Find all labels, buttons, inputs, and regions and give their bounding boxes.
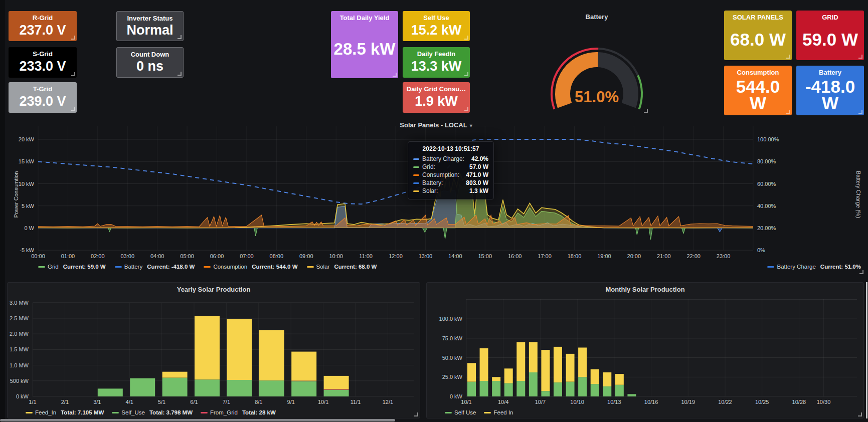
svg-text:08:00: 08:00	[270, 253, 284, 259]
panel-dropdown-title[interactable]: Solar Panels - LOCAL▾	[7, 121, 865, 129]
legend-item[interactable]: BatteryCurrent: -418.0 W	[115, 264, 195, 270]
tooltip-row: Consumption:471.0 W	[413, 171, 488, 179]
svg-text:06:00: 06:00	[210, 253, 224, 259]
chart-tooltip: 2022-10-13 10:51:57 Battery Charge:42.0%…	[408, 141, 494, 199]
stat-grid-power: GRID 59.0 W	[796, 11, 864, 60]
svg-text:5 kW: 5 kW	[22, 203, 35, 209]
panel-yearly-solar-production: Yearly Solar Production 0 kW500 kW1.0 MW…	[7, 282, 420, 418]
svg-text:21:00: 21:00	[657, 253, 671, 259]
stat-value: 233.0 V	[11, 58, 75, 76]
stat-value: 239.0 V	[11, 93, 75, 111]
legend-color-dash	[484, 412, 491, 413]
legend-item[interactable]: Feed_InTotal: 7.105 MW	[26, 409, 104, 415]
stat-value: 237.0 V	[11, 22, 75, 39]
legend-item[interactable]: GridCurrent: 59.0 W	[38, 264, 106, 270]
battery-gauge-svg: 51.0%	[544, 23, 649, 113]
svg-text:05:00: 05:00	[180, 253, 194, 259]
svg-text:5/1: 5/1	[158, 399, 165, 405]
stat-title: T-Grid	[11, 85, 75, 93]
legend-color-dash	[112, 412, 119, 413]
panel-title-text: Solar Panels - LOCAL	[400, 121, 467, 129]
panel-monthly-solar-production: Monthly Solar Production 0 kW25.0 kW50.0…	[426, 282, 864, 418]
sidebar-strip	[0, 0, 5, 422]
legend-item[interactable]: ConsumptionCurrent: 544.0 W	[204, 264, 297, 270]
svg-text:80.00%: 80.00%	[757, 158, 776, 164]
svg-text:10/16: 10/16	[644, 399, 658, 405]
svg-text:10/1: 10/1	[318, 399, 328, 405]
stat-title: Daily Grid Consu…	[405, 85, 468, 93]
svg-text:25.0 kW: 25.0 kW	[442, 374, 463, 380]
legend-item[interactable]: Battery ChargeCurrent: 51.0%	[767, 264, 861, 270]
svg-text:20.00%: 20.00%	[757, 225, 776, 231]
svg-text:100.0 kW: 100.0 kW	[439, 316, 463, 322]
solar-chart-legend: GridCurrent: 59.0 WBatteryCurrent: -418.…	[38, 264, 861, 270]
legend-item[interactable]: Feed In	[484, 409, 513, 415]
vertical-scrollbar[interactable]	[866, 282, 867, 418]
stat-value: 1.9 kW	[405, 93, 468, 111]
svg-text:17:00: 17:00	[538, 253, 552, 259]
svg-text:12:00: 12:00	[389, 253, 403, 259]
legend-item[interactable]: Self Use	[445, 409, 476, 415]
stat-title: Inverter Status	[119, 15, 181, 22]
stat-daily-grid-consumption: Daily Grid Consu… 1.9 kW	[403, 82, 470, 113]
tooltip-timestamp: 2022-10-13 10:51:57	[413, 145, 488, 152]
legend-color-dash	[201, 412, 208, 413]
stat-daily-feedin: Daily FeedIn 13.3 kW	[403, 47, 470, 78]
legend-color-dash	[26, 412, 33, 413]
tooltip-row: Solar:1.3 kW	[413, 187, 488, 195]
stat-r-grid: R-Grid 237.0 V	[9, 11, 77, 41]
svg-text:60.00%: 60.00%	[757, 181, 776, 187]
stat-title: GRID	[798, 14, 862, 21]
svg-text:500 kW: 500 kW	[10, 378, 29, 384]
svg-text:10/19: 10/19	[681, 399, 695, 405]
horizontal-scrollbar[interactable]	[0, 419, 395, 421]
legend-item[interactable]: From_GridTotal: 28 kW	[201, 409, 276, 415]
svg-text:01:00: 01:00	[61, 253, 75, 259]
svg-text:40.00%: 40.00%	[757, 203, 776, 209]
stat-title: Count Down	[119, 51, 181, 58]
stat-value: 15.2 kW	[405, 22, 468, 39]
legend-color-dash	[204, 266, 211, 268]
stat-title: Consumption	[726, 69, 790, 76]
stat-title: Self Use	[405, 14, 468, 22]
svg-text:1/1: 1/1	[29, 399, 36, 405]
svg-text:0%: 0%	[757, 247, 765, 253]
stat-inverter-status: Inverter Status Normal	[116, 11, 184, 41]
svg-text:18:00: 18:00	[568, 253, 582, 259]
chevron-down-icon: ▾	[470, 123, 472, 128]
svg-text:00:00: 00:00	[31, 253, 45, 259]
stat-title: Total Daily Yield	[333, 14, 396, 22]
legend-color-dash	[307, 266, 314, 268]
svg-text:12/1: 12/1	[383, 399, 393, 405]
monthly-chart-svg: 0 kW25.0 kW50.0 kW75.0 kW100.0 kW10/110/…	[427, 283, 863, 418]
svg-text:Battery Charge (%): Battery Charge (%)	[855, 171, 861, 218]
svg-text:10/22: 10/22	[718, 399, 732, 405]
legend-color-dash	[767, 266, 774, 268]
yearly-chart-legend: Feed_InTotal: 7.105 MWSelf_UseTotal: 3.7…	[26, 409, 276, 415]
svg-text:1.0 MW: 1.0 MW	[10, 362, 29, 368]
svg-text:10/4: 10/4	[498, 399, 508, 405]
stat-value: 68.0 W	[726, 21, 790, 58]
legend-item[interactable]: SolarCurrent: 68.0 W	[307, 264, 377, 270]
stat-battery-power: Battery -418.0 W	[796, 66, 864, 115]
tooltip-row: Grid:57.0 W	[413, 163, 488, 171]
svg-text:16:00: 16:00	[508, 253, 522, 259]
svg-text:11/1: 11/1	[351, 399, 361, 405]
svg-text:3/1: 3/1	[93, 399, 101, 405]
svg-text:10:00: 10:00	[329, 253, 343, 259]
svg-text:0 kW: 0 kW	[16, 393, 29, 399]
svg-text:20:00: 20:00	[627, 253, 641, 259]
svg-text:50.0 kW: 50.0 kW	[442, 355, 463, 361]
svg-text:10/28: 10/28	[792, 399, 806, 405]
stat-title: Daily FeedIn	[405, 50, 468, 58]
legend-item[interactable]: Self_UseTotal: 3.798 MW	[112, 409, 193, 415]
svg-text:6/1: 6/1	[190, 399, 198, 405]
svg-text:7/1: 7/1	[223, 399, 230, 405]
tooltip-rows: Battery Charge:42.0%Grid:57.0 WConsumpti…	[413, 155, 488, 195]
stat-value: Normal	[119, 22, 181, 39]
svg-text:-5 kW: -5 kW	[20, 247, 34, 253]
svg-text:75.0 kW: 75.0 kW	[442, 335, 463, 341]
stat-consumption-power: Consumption 544.0 W	[724, 66, 792, 115]
svg-text:20 kW: 20 kW	[19, 136, 35, 142]
svg-text:Power Consumtion: Power Consumtion	[13, 171, 19, 218]
